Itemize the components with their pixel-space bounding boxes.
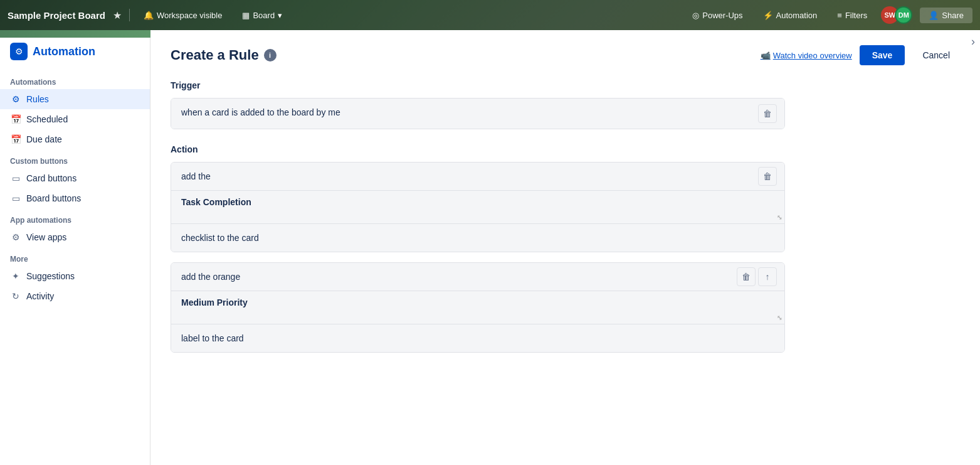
board-icon: ▦ (242, 11, 250, 20)
content-area: › Create a Rule i 📹 Watch video overview… (150, 30, 980, 465)
sidebar: ⚙ Automation Automations ⚙ Rules 📅 Sched… (0, 30, 150, 465)
sidebar-item-due-date[interactable]: 📅 Due date (0, 129, 150, 149)
section-more: More (0, 247, 150, 266)
nav-divider (129, 9, 130, 21)
sidebar-item-suggestions[interactable]: ✦ Suggestions (0, 266, 150, 286)
sidebar-header: ⚙ Automation (0, 40, 150, 70)
sidebar-item-activity[interactable]: ↻ Activity (0, 286, 150, 306)
section-automations: Automations (0, 70, 150, 89)
sidebar-item-card-buttons[interactable]: ▭ Card buttons (0, 168, 150, 188)
action2-bottom-text: label to the card (171, 324, 784, 352)
section-app-automations: App automations (0, 208, 150, 227)
sidebar-item-rules[interactable]: ⚙ Rules (0, 89, 150, 109)
sidebar-item-board-buttons[interactable]: ▭ Board buttons (0, 188, 150, 208)
action2-side: 🗑 ↑ (729, 263, 784, 291)
action2-up-button[interactable]: ↑ (758, 267, 777, 286)
due-date-label: Due date (26, 134, 62, 144)
card-buttons-icon: ▭ (10, 173, 21, 183)
card-buttons-label: Card buttons (26, 173, 76, 183)
action2-top-text: add the orange (171, 263, 729, 291)
share-icon: 👤 (929, 11, 939, 20)
trigger-text: when a card is added to the board by me (171, 99, 751, 129)
trigger-card: when a card is added to the board by me … (171, 98, 785, 129)
close-panel-button[interactable]: › (971, 35, 975, 48)
activity-icon: ↻ (10, 291, 21, 301)
action1-delete-button[interactable]: 🗑 (758, 167, 777, 186)
due-date-icon: 📅 (10, 134, 21, 144)
resize-handle-2: ⤡ (777, 314, 782, 321)
action2-delete-button[interactable]: 🗑 (737, 267, 756, 286)
video-icon: 📹 (761, 51, 771, 60)
action2-bottom-row: label to the card (171, 324, 784, 352)
scheduled-label: Scheduled (26, 114, 68, 124)
action2-middle-row: Medium Priority ⤡ (171, 291, 784, 324)
top-nav: Sample Project Board ★ 🔔 Workspace visib… (0, 0, 980, 30)
action1-bottom-text: checklist to the card (171, 224, 784, 252)
trigger-row: when a card is added to the board by me … (171, 99, 784, 129)
main-layout: ⚙ Automation Automations ⚙ Rules 📅 Sched… (0, 30, 980, 465)
trigger-delete-button[interactable]: 🗑 (758, 104, 777, 123)
avatar-dm[interactable]: DM (895, 6, 912, 24)
page-header-right: 📹 Watch video overview Save Cancel (761, 45, 960, 65)
suggestions-icon: ✦ (10, 271, 21, 281)
star-icon[interactable]: ★ (113, 9, 122, 21)
view-apps-icon: ⚙ (10, 232, 21, 242)
scheduled-icon: 📅 (10, 114, 21, 124)
action1-top-text: add the (171, 163, 751, 190)
page-header: Create a Rule i 📹 Watch video overview S… (171, 45, 960, 65)
action-card-1: add the 🗑 Task Completion ⤡ checklist to… (171, 162, 785, 252)
filters-button[interactable]: ≡ Filters (831, 8, 873, 23)
trigger-section-label: Trigger (171, 80, 960, 90)
sidebar-title: Automation (33, 45, 95, 58)
workspace-visible-button[interactable]: 🔔 Workspace visible (137, 8, 229, 23)
automation-icon: ⚡ (763, 11, 773, 20)
suggestions-label: Suggestions (26, 271, 75, 281)
board-title: Sample Project Board (8, 10, 105, 21)
filters-icon: ≡ (837, 11, 842, 20)
watch-video-link[interactable]: 📹 Watch video overview (761, 51, 852, 60)
trigger-actions: 🗑 (751, 99, 784, 129)
action-section-label: Action (171, 144, 960, 154)
rules-icon: ⚙ (10, 94, 21, 104)
action1-bottom-row: checklist to the card (171, 223, 784, 252)
sidebar-item-scheduled[interactable]: 📅 Scheduled (0, 109, 150, 129)
action1-middle-row: Task Completion ⤡ (171, 190, 784, 223)
share-button[interactable]: 👤 Share (920, 8, 972, 23)
action1-side: 🗑 (751, 163, 784, 190)
page-title: Create a Rule (171, 47, 259, 63)
power-ups-button[interactable]: ◎ Power-Ups (686, 8, 749, 23)
activity-label: Activity (26, 291, 54, 301)
powerups-icon: ◎ (692, 11, 699, 20)
action1-top-row: add the 🗑 (171, 163, 784, 190)
chevron-down-icon: ▾ (278, 11, 282, 20)
page-header-left: Create a Rule i (171, 47, 277, 63)
action1-middle-text: Task Completion ⤡ (171, 191, 784, 223)
action-card-2: add the orange 🗑 ↑ Medium Priority ⤡ lab… (171, 262, 785, 353)
board-buttons-icon: ▭ (10, 193, 21, 203)
section-custom-buttons: Custom buttons (0, 149, 150, 168)
workspace-icon: 🔔 (144, 11, 154, 20)
info-icon[interactable]: i (264, 49, 277, 61)
cancel-button[interactable]: Cancel (912, 45, 960, 65)
view-apps-label: View apps (26, 232, 66, 242)
board-buttons-label: Board buttons (26, 193, 81, 203)
sidebar-item-view-apps[interactable]: ⚙ View apps (0, 227, 150, 247)
resize-handle-1: ⤡ (777, 214, 782, 221)
action2-top-row: add the orange 🗑 ↑ (171, 263, 784, 291)
action2-middle-text: Medium Priority ⤡ (171, 291, 784, 324)
rules-label: Rules (26, 94, 49, 104)
automation-button[interactable]: ⚡ Automation (757, 8, 824, 23)
board-button[interactable]: ▦ Board ▾ (236, 8, 288, 23)
save-button[interactable]: Save (860, 45, 905, 65)
automation-logo: ⚙ (10, 43, 28, 60)
